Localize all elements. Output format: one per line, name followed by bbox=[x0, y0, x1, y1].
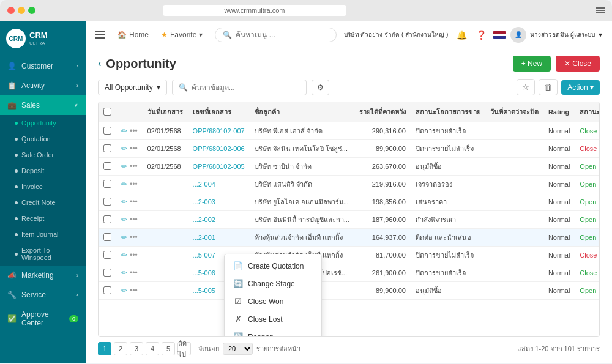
row-checkbox[interactable] bbox=[103, 233, 111, 241]
close-button[interactable]: ✕ Close bbox=[556, 56, 600, 72]
row-checkbox[interactable] bbox=[103, 286, 111, 294]
row-customer: บริษัท จัลนิน เทคโนโลยี โซลูชั... bbox=[250, 140, 354, 158]
row-checkbox[interactable] bbox=[103, 144, 111, 152]
edit-icon[interactable]: ✏ bbox=[121, 162, 127, 171]
star-bookmark-button[interactable]: ☆ bbox=[517, 79, 535, 95]
close-dot[interactable] bbox=[7, 7, 15, 14]
back-button[interactable]: ‹ bbox=[98, 58, 101, 69]
dots-icon[interactable]: ••• bbox=[130, 162, 138, 171]
dots-icon[interactable]: ••• bbox=[130, 180, 138, 188]
flag-icon[interactable] bbox=[493, 31, 506, 39]
row-customer: บริษัท แสนสิริ จำกัด bbox=[250, 176, 354, 193]
row-checkbox[interactable] bbox=[103, 162, 111, 170]
next-page-button[interactable]: ถัดไป bbox=[177, 342, 191, 355]
edit-icon[interactable]: ✏ bbox=[121, 198, 127, 206]
filter-button[interactable]: ⚙ bbox=[312, 80, 329, 95]
edit-icon[interactable]: ✏ bbox=[121, 286, 127, 295]
page-4-button[interactable]: 4 bbox=[146, 342, 159, 355]
menu-item-change-stage[interactable]: 🔄 Change Stage bbox=[225, 275, 321, 292]
row-doc-no[interactable]: OPP/680102-006 bbox=[188, 140, 250, 158]
page-1-button[interactable]: 1 bbox=[98, 342, 111, 355]
page-2-button[interactable]: 2 bbox=[114, 342, 127, 355]
chevron-icon: ∨ bbox=[74, 102, 78, 108]
all-opportunity-filter[interactable]: All Opportunity ▾ bbox=[98, 80, 167, 95]
select-all-checkbox[interactable] bbox=[103, 108, 111, 116]
row-doc-no[interactable]: ...2-003 bbox=[188, 193, 250, 211]
new-button[interactable]: + New bbox=[513, 56, 551, 72]
dots-icon[interactable]: ••• bbox=[130, 286, 138, 295]
row-doc-no[interactable]: ...2-002 bbox=[188, 211, 250, 229]
sidebar-item-customer[interactable]: 👤Customer › bbox=[0, 56, 86, 76]
action-button[interactable]: Action ▾ bbox=[561, 80, 600, 95]
row-checkbox[interactable] bbox=[103, 198, 111, 206]
edit-icon[interactable]: ✏ bbox=[121, 269, 127, 277]
edit-icon[interactable]: ✏ bbox=[121, 180, 127, 188]
hamburger-menu[interactable] bbox=[95, 31, 105, 39]
table-row: ✏ ••• ...2-004 บริษัท แสนสิริ จำกัด 219,… bbox=[99, 176, 600, 193]
browser-menu[interactable] bbox=[596, 7, 605, 13]
row-close-date bbox=[485, 264, 543, 282]
topbar-search-input[interactable] bbox=[236, 31, 328, 39]
sidebar-sub-receipt[interactable]: Receipt bbox=[0, 210, 86, 226]
edit-icon[interactable]: ✏ bbox=[121, 144, 127, 153]
sidebar-item-approve[interactable]: ✅Approve Center 0 bbox=[0, 305, 86, 333]
home-nav-item[interactable]: 🏠 Home bbox=[113, 28, 154, 42]
maximize-dot[interactable] bbox=[28, 7, 35, 14]
sidebar-item-sales[interactable]: 💼Sales ∨ bbox=[0, 95, 86, 115]
toolbar-right: ☆ 🗑 Action ▾ bbox=[517, 79, 600, 95]
edit-icon[interactable]: ✏ bbox=[121, 233, 127, 242]
page-5-button[interactable]: 5 bbox=[162, 342, 175, 355]
sidebar-sub-sale-order[interactable]: Sale Order bbox=[0, 147, 86, 163]
dots-icon[interactable]: ••• bbox=[130, 144, 138, 153]
row-checkbox[interactable] bbox=[103, 127, 111, 135]
row-rating: Normal bbox=[543, 193, 575, 211]
notification-icon[interactable]: 🔔 bbox=[454, 28, 469, 42]
th-status: สถานะ bbox=[575, 102, 600, 122]
dots-icon[interactable]: ••• bbox=[130, 127, 138, 135]
minimize-dot[interactable] bbox=[18, 7, 25, 14]
edit-icon[interactable]: ✏ bbox=[121, 215, 127, 224]
dots-icon[interactable]: ••• bbox=[130, 198, 138, 206]
dots-icon[interactable]: ••• bbox=[130, 215, 138, 224]
row-checkbox[interactable] bbox=[103, 251, 111, 259]
header-buttons: + New ✕ Close bbox=[513, 56, 600, 72]
edit-icon[interactable]: ✏ bbox=[121, 127, 127, 135]
row-checkbox[interactable] bbox=[103, 215, 111, 223]
edit-icon[interactable]: ✏ bbox=[121, 251, 127, 259]
user-info[interactable]: 👤 นางสาวอดมิน ผู้แลระบบ ▾ bbox=[510, 27, 602, 43]
sidebar-sub-invoice[interactable]: Invoice bbox=[0, 179, 86, 195]
row-doc-no[interactable]: ...2-001 bbox=[188, 229, 250, 247]
toolbar-search-box[interactable]: 🔍 bbox=[172, 80, 307, 95]
row-doc-no[interactable]: OPP/680102-007 bbox=[188, 122, 250, 140]
menu-item-close-won[interactable]: ☑ Close Won bbox=[225, 292, 321, 310]
sidebar-sub-item-journal[interactable]: Item Journal bbox=[0, 226, 86, 242]
menu-item-reopen[interactable]: 🔃 Reopen bbox=[225, 328, 321, 337]
help-icon[interactable]: ❓ bbox=[474, 28, 488, 42]
trash-button[interactable]: 🗑 bbox=[539, 79, 558, 95]
toolbar-search-input[interactable] bbox=[192, 83, 300, 92]
chevron-icon: › bbox=[76, 83, 78, 89]
menu-item-close-lost[interactable]: ✗ Close Lost bbox=[225, 310, 321, 328]
sidebar-item-marketing[interactable]: 📣Marketing › bbox=[0, 266, 86, 285]
per-page-select[interactable]: 20 50 100 bbox=[223, 343, 253, 355]
sidebar-sub-quotation[interactable]: Quotation bbox=[0, 131, 86, 147]
row-checkbox[interactable] bbox=[103, 180, 111, 188]
dots-icon[interactable]: ••• bbox=[130, 233, 138, 242]
row-doc-no[interactable]: OPP/680102-005 bbox=[188, 158, 250, 176]
row-status: Open bbox=[575, 229, 600, 247]
sidebar-sub-deposit[interactable]: Deposit bbox=[0, 163, 86, 179]
row-doc-no[interactable]: ...2-004 bbox=[188, 176, 250, 193]
page-content: ‹ Opportunity + New ✕ Close All Opportun… bbox=[86, 48, 612, 363]
sidebar-sub-opportunity[interactable]: Opportunity bbox=[0, 115, 86, 131]
sidebar-sub-credit-note[interactable]: Credit Note bbox=[0, 195, 86, 210]
menu-item-create-quotation[interactable]: 📄 Create Quotation bbox=[225, 257, 321, 275]
dots-icon[interactable]: ••• bbox=[130, 251, 138, 259]
dots-icon[interactable]: ••• bbox=[130, 269, 138, 277]
topbar-search-box[interactable]: 🔍 bbox=[215, 28, 336, 42]
favorite-nav-item[interactable]: ★ Favorite ▾ bbox=[156, 28, 207, 42]
row-checkbox[interactable] bbox=[103, 269, 111, 277]
sidebar-item-service[interactable]: 🔧Service › bbox=[0, 285, 86, 305]
sidebar-sub-export[interactable]: Export To Winspeed bbox=[0, 242, 86, 266]
sidebar-item-activity[interactable]: 📋Activity › bbox=[0, 76, 86, 95]
page-3-button[interactable]: 3 bbox=[130, 342, 143, 355]
